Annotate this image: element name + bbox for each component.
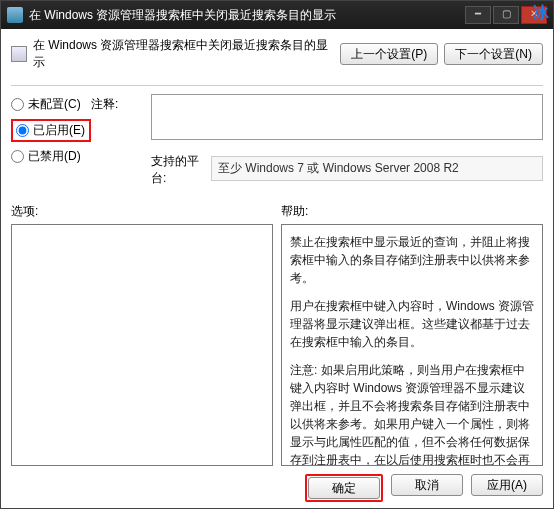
config-row: 未配置(C) 已启用(E) 已禁用(D) 注释: 支持的平台: bbox=[11, 94, 543, 187]
highlight-ok: 确定 bbox=[305, 474, 383, 502]
header-row: 在 Windows 资源管理器搜索框中关闭最近搜索条目的显示 上一个设置(P) … bbox=[11, 37, 543, 71]
comment-textarea[interactable] bbox=[151, 94, 543, 140]
help-p1: 禁止在搜索框中显示最近的查询，并阻止将搜索框中输入的条目存储到注册表中以供将来参… bbox=[290, 233, 534, 287]
radio-disabled[interactable]: 已禁用(D) bbox=[11, 148, 91, 165]
close-button[interactable]: ✕ bbox=[521, 6, 547, 24]
radio-enabled-input[interactable] bbox=[16, 124, 29, 137]
options-pane bbox=[11, 224, 273, 466]
comment-label: 注释: bbox=[91, 94, 151, 113]
radio-not-configured-label: 未配置(C) bbox=[28, 96, 81, 113]
minimize-button[interactable]: ━ bbox=[465, 6, 491, 24]
next-setting-button[interactable]: 下一个设置(N) bbox=[444, 43, 543, 65]
radio-disabled-label: 已禁用(D) bbox=[28, 148, 81, 165]
maximize-button[interactable]: ▢ bbox=[493, 6, 519, 24]
content-area: 在 Windows 资源管理器搜索框中关闭最近搜索条目的显示 上一个设置(P) … bbox=[1, 29, 553, 508]
help-p3: 注意: 如果启用此策略，则当用户在搜索框中键入内容时 Windows 资源管理器… bbox=[290, 361, 534, 466]
radio-not-configured-input[interactable] bbox=[11, 98, 24, 111]
comment-field-col: 支持的平台: 至少 Windows 7 或 Windows Server 200… bbox=[151, 94, 543, 187]
policy-icon bbox=[11, 46, 27, 62]
panes: 禁止在搜索框中显示最近的查询，并阻止将搜索框中输入的条目存储到注册表中以供将来参… bbox=[11, 224, 543, 466]
help-heading: 帮助: bbox=[277, 203, 543, 220]
radio-enabled-label: 已启用(E) bbox=[33, 122, 85, 139]
radio-group: 未配置(C) 已启用(E) 已禁用(D) bbox=[11, 94, 91, 165]
apply-button[interactable]: 应用(A) bbox=[471, 474, 543, 496]
platform-row: 支持的平台: 至少 Windows 7 或 Windows Server 200… bbox=[151, 149, 543, 187]
platform-value: 至少 Windows 7 或 Windows Server 2008 R2 bbox=[211, 156, 543, 181]
window-icon bbox=[7, 7, 23, 23]
policy-title: 在 Windows 资源管理器搜索框中关闭最近搜索条目的显示 bbox=[33, 37, 340, 71]
nav-buttons: 上一个设置(P) 下一个设置(N) bbox=[340, 43, 543, 65]
cancel-button[interactable]: 取消 bbox=[391, 474, 463, 496]
radio-enabled[interactable]: 已启用(E) bbox=[16, 122, 86, 139]
divider bbox=[11, 85, 543, 86]
options-heading: 选项: bbox=[11, 203, 277, 220]
window-controls: ━ ▢ ✕ bbox=[465, 6, 547, 24]
policy-editor-window: 在 Windows 资源管理器搜索框中关闭最近搜索条目的显示 ━ ▢ ✕ 冰 在… bbox=[0, 0, 554, 509]
platform-label: 支持的平台: bbox=[151, 149, 211, 187]
footer-buttons: 确定 取消 应用(A) bbox=[11, 466, 543, 502]
help-pane: 禁止在搜索框中显示最近的查询，并阻止将搜索框中输入的条目存储到注册表中以供将来参… bbox=[281, 224, 543, 466]
window-title: 在 Windows 资源管理器搜索框中关闭最近搜索条目的显示 bbox=[29, 7, 465, 24]
ok-button[interactable]: 确定 bbox=[308, 477, 380, 499]
pane-headings: 选项: 帮助: bbox=[11, 203, 543, 220]
titlebar: 在 Windows 资源管理器搜索框中关闭最近搜索条目的显示 ━ ▢ ✕ 冰 bbox=[1, 1, 553, 29]
radio-not-configured[interactable]: 未配置(C) bbox=[11, 96, 91, 113]
prev-setting-button[interactable]: 上一个设置(P) bbox=[340, 43, 438, 65]
radio-disabled-input[interactable] bbox=[11, 150, 24, 163]
help-p2: 用户在搜索框中键入内容时，Windows 资源管理器将显示建议弹出框。这些建议都… bbox=[290, 297, 534, 351]
highlight-enabled: 已启用(E) bbox=[11, 119, 91, 142]
